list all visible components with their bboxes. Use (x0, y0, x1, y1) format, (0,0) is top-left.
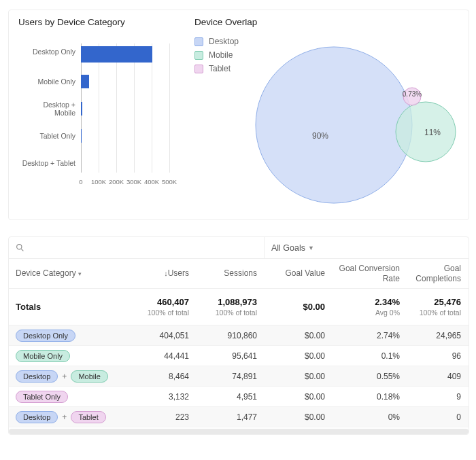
bar-category-label: Desktop Only (18, 48, 80, 56)
panel-title: Users by Device Category (18, 17, 178, 27)
chevron-down-icon: ▾ (78, 270, 82, 277)
totals-label: Totals (9, 298, 135, 316)
bar-category-label: Mobile Only (18, 77, 80, 86)
goals-filter-label: All Goals (271, 243, 305, 253)
bar-desktop-mobile (81, 102, 82, 116)
cell-users: 44,441 (135, 351, 196, 361)
swatch-mobile (194, 51, 203, 60)
col-device-category[interactable]: Device Category ▾ (9, 264, 135, 282)
table-row[interactable]: Desktop Only404,051910,860$0.002.74%24,9… (9, 325, 469, 346)
cell-users: 404,051 (135, 331, 196, 340)
totals-goal-comp: 25,476 (413, 297, 461, 307)
venn-label-mobile: 11% (424, 128, 441, 137)
cell-gc: 0 (407, 412, 468, 422)
bar-row: Desktop + Mobile (18, 101, 169, 117)
users-by-device-panel: Users by Device Category Desktop Only (18, 17, 178, 210)
chevron-down-icon: ▼ (308, 245, 314, 251)
bar-category-label: Desktop + Tablet (18, 159, 80, 167)
cell-gc: 9 (407, 392, 468, 402)
device-chip-tablet: Tablet (71, 411, 105, 423)
col-goal-value[interactable]: Goal Value (264, 264, 332, 282)
totals-users: 460,407 (141, 297, 189, 307)
cell-gc: 96 (407, 351, 468, 361)
device-table: All Goals ▼ Device Category ▾ ↓Users Ses… (8, 236, 469, 435)
swatch-tablet (194, 65, 203, 73)
cell-users: 3,132 (135, 392, 196, 402)
bar-row: Desktop Only (18, 43, 169, 60)
cell-gv: $0.00 (264, 372, 332, 381)
totals-goal-value: $0.00 (271, 302, 325, 312)
cell-sessions: 1,477 (196, 412, 264, 422)
plus-icon: + (62, 372, 67, 381)
venn-label-desktop: 90% (312, 131, 328, 141)
table-row[interactable]: Desktop+Tablet2231,477$0.000%0 (9, 407, 469, 427)
totals-sessions-sub: 100% of total (203, 308, 257, 317)
cell-gc: 409 (407, 372, 468, 381)
totals-goal-cr: 2.34% (339, 297, 400, 307)
panel-title: Device Overlap (194, 17, 459, 27)
x-tick: 500K (162, 178, 177, 185)
col-users[interactable]: ↓Users (135, 264, 196, 282)
cell-gc: 24,965 (407, 331, 468, 340)
cell-gcr: 0.1% (332, 351, 407, 361)
table-body: Desktop Only404,051910,860$0.002.74%24,9… (9, 325, 469, 427)
svg-line-1 (21, 249, 23, 251)
venn-circle-desktop (256, 47, 412, 203)
cell-sessions: 4,951 (196, 392, 264, 402)
col-goal-conversion-rate[interactable]: Goal Conversion Rate (332, 260, 407, 287)
x-tick: 100K (91, 178, 106, 185)
bar-chart: Desktop Only Mobile Only Desktop + Mobil… (18, 37, 169, 186)
bar-category-label: Tablet Only (18, 132, 80, 140)
table-row[interactable]: Mobile Only44,44195,641$0.000.1%96 (9, 346, 469, 366)
swatch-desktop (194, 37, 203, 46)
cell-gcr: 0% (332, 412, 407, 422)
bar-category-label: Desktop + Mobile (18, 101, 80, 117)
table-header-row: Device Category ▾ ↓Users Sessions Goal V… (9, 259, 469, 289)
device-chip-tablet: Tablet Only (16, 391, 68, 403)
cell-users: 8,464 (135, 372, 196, 381)
cell-gcr: 0.55% (332, 372, 407, 381)
svg-point-0 (17, 245, 22, 249)
cell-gv: $0.00 (264, 412, 332, 422)
cell-gv: $0.00 (264, 392, 332, 402)
cell-gcr: 0.18% (332, 392, 407, 402)
venn-label-tablet: 0.73% (403, 90, 422, 98)
table-totals-row: Totals 460,407 100% of total 1,088,973 1… (9, 289, 469, 325)
bar-mobile-only (81, 75, 89, 88)
device-overlap-panel: Device Overlap Desktop Mobile Tablet (194, 17, 459, 210)
horizontal-scrollbar[interactable] (9, 429, 469, 434)
venn-diagram: 90% 11% 0.73% (222, 37, 473, 207)
device-chip-mobile: Mobile (71, 370, 107, 383)
device-chip-desktop: Desktop (16, 370, 58, 383)
cell-sessions: 95,641 (196, 351, 264, 361)
search-icon (16, 243, 24, 252)
totals-users-sub: 100% of total (141, 308, 189, 317)
cell-gv: $0.00 (264, 351, 332, 361)
col-goal-completions[interactable]: Goal Completions (407, 260, 468, 287)
bar-row: Desktop + Tablet (18, 155, 169, 171)
plus-icon: + (62, 412, 67, 422)
bar-row: Tablet Only (18, 128, 169, 144)
x-tick: 400K (144, 178, 159, 185)
x-tick: 0 (79, 178, 82, 185)
cell-users: 223 (135, 412, 196, 422)
goals-filter-dropdown[interactable]: All Goals ▼ (264, 237, 468, 258)
table-row[interactable]: Desktop+Mobile8,46474,891$0.000.55%409 (9, 366, 469, 387)
device-chip-desktop: Desktop Only (16, 330, 75, 342)
table-search[interactable] (9, 243, 135, 252)
table-row[interactable]: Tablet Only3,1324,951$0.000.18%9 (9, 387, 469, 407)
x-tick: 200K (109, 178, 124, 185)
totals-sessions: 1,088,973 (203, 297, 257, 307)
x-tick: 300K (126, 178, 141, 185)
cell-sessions: 74,891 (196, 372, 264, 381)
device-chip-desktop: Desktop (16, 411, 58, 423)
cell-sessions: 910,860 (196, 331, 264, 340)
col-sessions[interactable]: Sessions (196, 264, 264, 282)
totals-goal-comp-sub: 100% of total (413, 308, 461, 317)
bar-desktop-only (81, 46, 152, 63)
bar-row: Mobile Only (18, 73, 169, 90)
totals-goal-cr-sub: Avg 0% (339, 308, 400, 317)
bar-tablet-only (81, 129, 82, 143)
cell-gcr: 2.74% (332, 331, 407, 340)
cell-gv: $0.00 (264, 331, 332, 340)
